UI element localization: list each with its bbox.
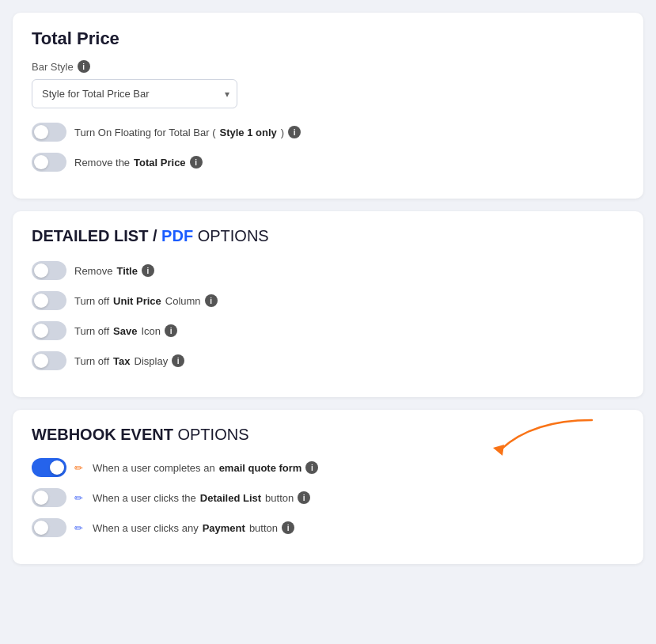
edit-pencil-icon-payment[interactable]: ✏: [74, 522, 83, 534]
svg-marker-0: [493, 445, 504, 456]
webhook-arrow-annotation: [469, 416, 596, 458]
toggle-row-unit-price: Turn off Unit Price Column i: [32, 291, 624, 310]
toggle-row-payment-btn: ✏ When a user clicks any Payment button …: [32, 518, 624, 537]
bar-style-label: Bar Style i: [32, 60, 624, 73]
toggle-slider-floating: [32, 123, 66, 142]
toggle-label-remove-title: Remove Title i: [74, 264, 154, 277]
save-icon-info-icon[interactable]: i: [165, 324, 177, 337]
bar-style-select-wrapper: Style for Total Price Bar ▾: [32, 79, 237, 108]
bar-style-select[interactable]: Style for Total Price Bar: [32, 79, 237, 108]
toggle-label-unit-price: Turn off Unit Price Column i: [74, 294, 218, 307]
toggle-label-email-quote: When a user completes an email quote for…: [93, 461, 318, 474]
toggle-detailed-list-btn[interactable]: [32, 488, 66, 507]
unit-price-info-icon[interactable]: i: [205, 294, 218, 307]
toggle-label-tax-display: Turn off Tax Display i: [74, 354, 184, 367]
remove-title-info-icon[interactable]: i: [142, 264, 154, 277]
toggle-slider-save-icon: [32, 321, 66, 340]
toggle-slider-remove-title: [32, 261, 66, 280]
toggle-tax-display[interactable]: [32, 351, 66, 370]
toggle-save-icon[interactable]: [32, 321, 66, 340]
toggle-slider-remove-total-price: [32, 153, 66, 172]
toggle-row-detailed-list-btn: ✏ When a user clicks the Detailed List b…: [32, 488, 624, 507]
email-quote-info-icon[interactable]: i: [305, 461, 318, 474]
floating-info-icon[interactable]: i: [288, 126, 301, 138]
toggle-label-floating: Turn On Floating for Total Bar (Style 1 …: [74, 126, 301, 138]
toggle-row-tax-display: Turn off Tax Display i: [32, 351, 624, 370]
total-price-title: Total Price: [32, 28, 624, 49]
toggle-slider-detailed-list-btn: [32, 488, 66, 507]
tax-display-info-icon[interactable]: i: [172, 354, 184, 367]
detailed-list-btn-info-icon[interactable]: i: [298, 491, 310, 504]
toggle-row-remove-total-price: Remove the Total Price i: [32, 153, 624, 172]
edit-pencil-icon-email-quote[interactable]: ✏: [74, 462, 83, 474]
toggle-row-save-icon: Turn off Save Icon i: [32, 321, 624, 340]
toggle-label-payment-btn: When a user clicks any Payment button i: [93, 521, 294, 534]
toggle-floating[interactable]: [32, 123, 66, 142]
toggle-slider-payment-btn: [32, 518, 66, 537]
toggle-unit-price[interactable]: [32, 291, 66, 310]
toggle-payment-btn[interactable]: [32, 518, 66, 537]
payment-btn-info-icon[interactable]: i: [282, 521, 294, 534]
arrow-svg: [469, 416, 596, 456]
detailed-list-title: DETAILED LIST / PDF OPTIONS: [32, 227, 624, 245]
toggle-remove-title[interactable]: [32, 261, 66, 280]
toggle-label-save-icon: Turn off Save Icon i: [74, 324, 177, 337]
remove-total-price-info-icon[interactable]: i: [190, 156, 203, 169]
edit-pencil-icon-detailed-list[interactable]: ✏: [74, 492, 83, 504]
detailed-list-card: DETAILED LIST / PDF OPTIONS Remove Title…: [13, 211, 643, 397]
total-price-card: Total Price Bar Style i Style for Total …: [13, 13, 643, 199]
toggle-row-email-quote: ✏ When a user completes an email quote f…: [32, 458, 624, 477]
toggle-label-detailed-list-btn: When a user clicks the Detailed List but…: [93, 491, 310, 504]
toggle-label-remove-total-price: Remove the Total Price i: [74, 156, 203, 169]
toggle-slider-email-quote: [32, 458, 66, 477]
toggle-email-quote[interactable]: [32, 458, 66, 477]
toggle-row-remove-title: Remove Title i: [32, 261, 624, 280]
webhook-card: WEBHOOK EVENT OPTIONS ✏ When a user comp…: [13, 410, 643, 564]
toggle-row-floating: Turn On Floating for Total Bar (Style 1 …: [32, 123, 624, 142]
toggle-remove-total-price[interactable]: [32, 153, 66, 172]
toggle-slider-unit-price: [32, 291, 66, 310]
toggle-slider-tax-display: [32, 351, 66, 370]
bar-style-info-icon[interactable]: i: [78, 60, 90, 73]
